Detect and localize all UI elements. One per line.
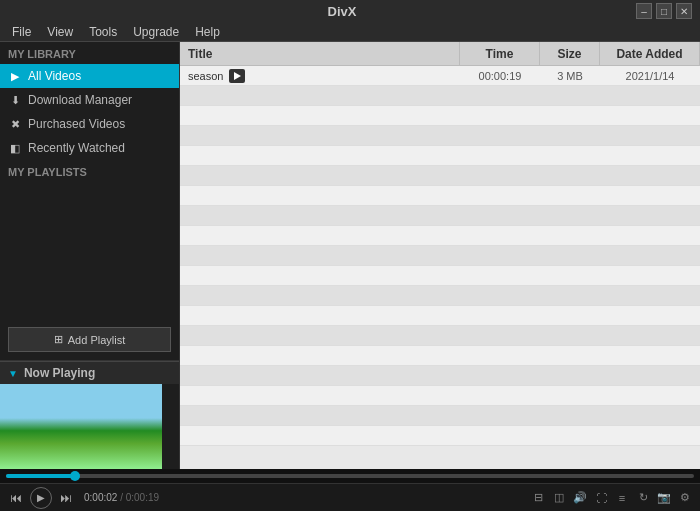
- right-controls: ⊟ ◫ 🔊 ⛶ ≡ ↻ 📷 ⚙: [529, 489, 694, 507]
- col-header-date-added[interactable]: Date Added: [600, 42, 700, 65]
- table-row-empty: [180, 106, 700, 126]
- sidebar-item-recently-watched-label: Recently Watched: [28, 141, 125, 155]
- skip-forward-button[interactable]: ⏭: [56, 488, 76, 508]
- table-row-empty: [180, 226, 700, 246]
- time-current: 0:00:02 / 0:00:19: [84, 492, 159, 503]
- subtitles-icon[interactable]: ⊟: [529, 489, 547, 507]
- sidebar-item-recently-watched[interactable]: ◧ Recently Watched: [0, 136, 179, 160]
- row-play-button[interactable]: [229, 69, 245, 83]
- maximize-button[interactable]: □: [656, 3, 672, 19]
- table-body: season 00:00:19 3 MB 2021/1/14: [180, 66, 700, 469]
- table-row-empty: [180, 166, 700, 186]
- screen-icon[interactable]: ◫: [550, 489, 568, 507]
- content-area: Title Time Size Date Added season 00:00:…: [180, 42, 700, 469]
- fullscreen-icon[interactable]: ⛶: [592, 489, 610, 507]
- now-playing-label: Now Playing: [24, 366, 95, 380]
- table-row-empty: [180, 326, 700, 346]
- sidebar: MY LIBRARY ▶ All Videos ⬇ Download Manag…: [0, 42, 180, 469]
- sidebar-item-purchased-videos[interactable]: ✖ Purchased Videos: [0, 112, 179, 136]
- table-row-empty: [180, 346, 700, 366]
- progress-thumb[interactable]: [70, 471, 80, 481]
- menubar: File View Tools Upgrade Help: [0, 22, 700, 42]
- sidebar-item-all-videos-label: All Videos: [28, 69, 81, 83]
- table-row-empty: [180, 366, 700, 386]
- all-videos-icon: ▶: [8, 69, 22, 83]
- table-row-empty: [180, 266, 700, 286]
- table-row-empty: [180, 146, 700, 166]
- menu-file[interactable]: File: [4, 22, 39, 41]
- play-button[interactable]: ▶: [30, 487, 52, 509]
- table-header: Title Time Size Date Added: [180, 42, 700, 66]
- purchased-videos-icon: ✖: [8, 117, 22, 131]
- table-row-empty: [180, 286, 700, 306]
- sidebar-item-download-manager-label: Download Manager: [28, 93, 132, 107]
- now-playing-chevron-icon: ▼: [8, 368, 18, 379]
- progress-fill: [6, 474, 75, 478]
- menu-help[interactable]: Help: [187, 22, 228, 41]
- menu-upgrade[interactable]: Upgrade: [125, 22, 187, 41]
- table-row[interactable]: season 00:00:19 3 MB 2021/1/14: [180, 66, 700, 86]
- sidebar-item-all-videos[interactable]: ▶ All Videos: [0, 64, 179, 88]
- controls-bar: ⏮ ▶ ⏭ 0:00:02 / 0:00:19 ⊟ ◫ 🔊 ⛶ ≡ ↻ 📷 ⚙: [0, 483, 700, 511]
- menu-view[interactable]: View: [39, 22, 81, 41]
- add-playlist-label: Add Playlist: [68, 334, 125, 346]
- minimize-button[interactable]: –: [636, 3, 652, 19]
- table-row-empty: [180, 86, 700, 106]
- table-row-empty: [180, 386, 700, 406]
- add-playlist-icon: ⊞: [54, 333, 63, 346]
- table-row-empty: [180, 406, 700, 426]
- sidebar-item-download-manager[interactable]: ⬇ Download Manager: [0, 88, 179, 112]
- sidebar-spacer: [0, 182, 179, 319]
- now-playing-section: ▼ Now Playing: [0, 360, 179, 469]
- window-controls: – □ ✕: [636, 3, 692, 19]
- table-row-empty: [180, 426, 700, 446]
- table-row-empty: [180, 206, 700, 226]
- my-library-label: MY LIBRARY: [0, 42, 179, 64]
- volume-icon[interactable]: 🔊: [571, 489, 589, 507]
- now-playing-thumbnail[interactable]: [0, 384, 162, 469]
- total-time-value: 0:00:19: [126, 492, 159, 503]
- cell-date: 2021/1/14: [600, 66, 700, 85]
- progress-track[interactable]: [6, 474, 694, 478]
- camera-icon[interactable]: 📷: [655, 489, 673, 507]
- col-header-title[interactable]: Title: [180, 42, 460, 65]
- col-header-size[interactable]: Size: [540, 42, 600, 65]
- settings-icon[interactable]: ⚙: [676, 489, 694, 507]
- add-playlist-button[interactable]: ⊞ Add Playlist: [8, 327, 171, 352]
- table-row-empty: [180, 126, 700, 146]
- cell-time: 00:00:19: [460, 66, 540, 85]
- my-playlists-label: MY PLAYLISTS: [0, 160, 179, 182]
- sidebar-item-purchased-videos-label: Purchased Videos: [28, 117, 125, 131]
- app-title: DivX: [48, 4, 636, 19]
- table-row-empty: [180, 306, 700, 326]
- table-row-empty: [180, 246, 700, 266]
- titlebar: DivX – □ ✕: [0, 0, 700, 22]
- download-manager-icon: ⬇: [8, 93, 22, 107]
- close-button[interactable]: ✕: [676, 3, 692, 19]
- now-playing-header[interactable]: ▼ Now Playing: [0, 361, 179, 384]
- repeat-icon[interactable]: ↻: [634, 489, 652, 507]
- skip-back-button[interactable]: ⏮: [6, 488, 26, 508]
- current-time-value: 0:00:02: [84, 492, 117, 503]
- row-title: season: [188, 70, 223, 82]
- cell-size: 3 MB: [540, 66, 600, 85]
- recently-watched-icon: ◧: [8, 141, 22, 155]
- col-header-time[interactable]: Time: [460, 42, 540, 65]
- cell-title: season: [180, 66, 460, 85]
- table-row-empty: [180, 186, 700, 206]
- progress-bar-area: [0, 469, 700, 483]
- main-area: MY LIBRARY ▶ All Videos ⬇ Download Manag…: [0, 42, 700, 469]
- menu-tools[interactable]: Tools: [81, 22, 125, 41]
- playlist-icon[interactable]: ≡: [613, 489, 631, 507]
